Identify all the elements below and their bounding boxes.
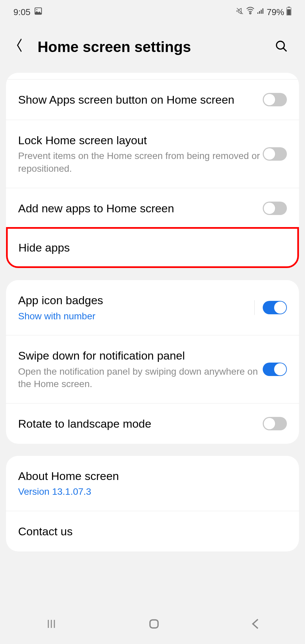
status-time: 9:05 bbox=[13, 7, 31, 17]
gallery-icon bbox=[34, 7, 43, 18]
vibrate-icon bbox=[236, 7, 244, 17]
settings-section-2: App icon badges Show with number Swipe d… bbox=[6, 280, 299, 444]
header: Home screen settings bbox=[0, 24, 305, 73]
setting-label: Rotate to landscape mode bbox=[18, 416, 263, 431]
svg-rect-2 bbox=[257, 12, 258, 14]
back-nav-icon[interactable] bbox=[251, 618, 260, 631]
setting-show-apps-button[interactable]: Show Apps screen button on Home screen bbox=[6, 79, 299, 120]
svg-rect-5 bbox=[262, 8, 263, 14]
battery-percent: 79% bbox=[267, 7, 284, 17]
setting-contact-us[interactable]: Contact us bbox=[6, 511, 299, 551]
divider bbox=[254, 300, 255, 315]
setting-swipe-notification[interactable]: Swipe down for notification panel Open t… bbox=[6, 335, 299, 404]
svg-point-1 bbox=[36, 9, 37, 10]
setting-label: About Home screen bbox=[18, 469, 287, 483]
setting-add-new-apps[interactable]: Add new apps to Home screen bbox=[6, 188, 299, 228]
toggle-lock-layout[interactable] bbox=[263, 147, 287, 161]
setting-label: Lock Home screen layout bbox=[18, 133, 263, 148]
page-title: Home screen settings bbox=[38, 39, 191, 55]
setting-about[interactable]: About Home screen Version 13.1.07.3 bbox=[6, 456, 299, 511]
wifi-icon bbox=[246, 7, 255, 18]
signal-icon bbox=[257, 7, 265, 17]
settings-section-3: About Home screen Version 13.1.07.3 Cont… bbox=[6, 456, 299, 551]
setting-description: Open the notification panel by swiping d… bbox=[18, 365, 263, 391]
search-icon[interactable] bbox=[275, 40, 288, 54]
setting-hide-apps[interactable]: Hide apps bbox=[6, 227, 299, 268]
setting-rotate-landscape[interactable]: Rotate to landscape mode bbox=[6, 404, 299, 444]
svg-rect-3 bbox=[259, 11, 260, 14]
setting-label: App icon badges bbox=[18, 293, 254, 308]
toggle-rotate[interactable] bbox=[263, 417, 287, 430]
setting-description: Version 13.1.07.3 bbox=[18, 485, 287, 498]
toggle-app-badges[interactable] bbox=[263, 301, 287, 314]
setting-label: Swipe down for notification panel bbox=[18, 348, 263, 363]
battery-icon bbox=[286, 7, 292, 18]
setting-label: Show Apps screen button on Home screen bbox=[18, 92, 263, 107]
recent-apps-icon[interactable] bbox=[45, 618, 57, 631]
svg-point-9 bbox=[276, 41, 284, 49]
setting-label: Hide apps bbox=[18, 240, 287, 255]
svg-rect-4 bbox=[261, 10, 262, 14]
toggle-add-new-apps[interactable] bbox=[263, 202, 287, 215]
svg-rect-8 bbox=[287, 9, 291, 15]
setting-app-icon-badges[interactable]: App icon badges Show with number bbox=[6, 280, 299, 335]
svg-rect-13 bbox=[150, 620, 158, 628]
setting-label: Contact us bbox=[18, 524, 287, 539]
nav-bar bbox=[0, 606, 305, 644]
setting-description: Show with number bbox=[18, 310, 254, 323]
back-icon[interactable] bbox=[17, 38, 22, 56]
setting-lock-layout[interactable]: Lock Home screen layout Prevent items on… bbox=[6, 120, 299, 188]
setting-description: Prevent items on the Home screen from be… bbox=[18, 150, 263, 175]
toggle-swipe-notification[interactable] bbox=[263, 363, 287, 376]
status-bar: 9:05 79% bbox=[0, 0, 305, 24]
home-icon[interactable] bbox=[148, 618, 160, 631]
setting-label: Add new apps to Home screen bbox=[18, 201, 263, 216]
toggle-show-apps[interactable] bbox=[263, 93, 287, 106]
